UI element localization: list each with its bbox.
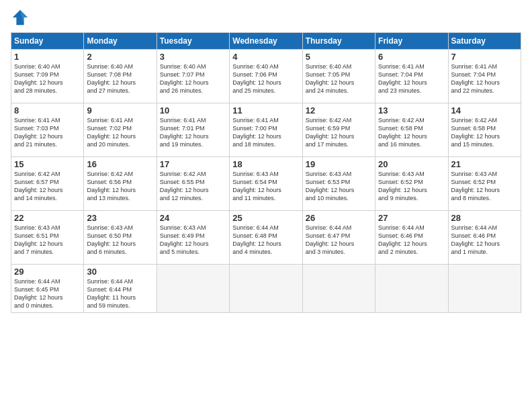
header [11, 8, 521, 27]
calendar-cell: 19Sunrise: 6:43 AMSunset: 6:53 PMDayligh… [302, 157, 375, 211]
day-number: 10 [160, 105, 226, 116]
calendar-week-0: 1Sunrise: 6:40 AMSunset: 7:09 PMDaylight… [11, 50, 521, 103]
cell-info: Sunrise: 6:42 AMSunset: 6:57 PMDaylight:… [14, 170, 81, 203]
cell-info: Sunrise: 6:44 AMSunset: 6:44 PMDaylight:… [87, 277, 153, 310]
calendar-cell: 21Sunrise: 6:43 AMSunset: 6:52 PMDayligh… [448, 157, 521, 211]
calendar-cell: 26Sunrise: 6:44 AMSunset: 6:47 PMDayligh… [302, 211, 375, 265]
day-number: 21 [451, 159, 518, 169]
calendar-cell [375, 265, 448, 313]
day-number: 15 [14, 159, 81, 169]
cell-info: Sunrise: 6:40 AMSunset: 7:08 PMDaylight:… [87, 62, 153, 95]
day-number: 6 [378, 52, 445, 62]
calendar-cell: 12Sunrise: 6:42 AMSunset: 6:59 PMDayligh… [302, 103, 375, 157]
calendar-header: SundayMondayTuesdayWednesdayThursdayFrid… [11, 33, 521, 50]
calendar-cell: 10Sunrise: 6:41 AMSunset: 7:01 PMDayligh… [157, 103, 229, 157]
day-header-monday: Monday [84, 33, 157, 50]
cell-info: Sunrise: 6:40 AMSunset: 7:09 PMDaylight:… [14, 62, 81, 95]
cell-info: Sunrise: 6:44 AMSunset: 6:45 PMDaylight:… [14, 277, 81, 310]
cell-info: Sunrise: 6:42 AMSunset: 6:58 PMDaylight:… [378, 116, 445, 149]
day-number: 27 [378, 213, 445, 223]
calendar-cell: 22Sunrise: 6:43 AMSunset: 6:51 PMDayligh… [11, 211, 84, 265]
cell-info: Sunrise: 6:43 AMSunset: 6:52 PMDaylight:… [378, 170, 445, 203]
cell-info: Sunrise: 6:44 AMSunset: 6:47 PMDaylight:… [306, 224, 372, 257]
day-number: 26 [306, 213, 372, 223]
calendar-cell: 17Sunrise: 6:42 AMSunset: 6:55 PMDayligh… [157, 157, 229, 211]
page-container: SundayMondayTuesdayWednesdayThursdayFrid… [0, 0, 532, 318]
day-number: 24 [160, 213, 226, 223]
day-number: 16 [87, 159, 153, 169]
day-number: 11 [232, 105, 299, 116]
cell-info: Sunrise: 6:43 AMSunset: 6:53 PMDaylight:… [306, 170, 372, 203]
cell-info: Sunrise: 6:43 AMSunset: 6:50 PMDaylight:… [87, 224, 153, 257]
day-number: 30 [87, 267, 153, 277]
calendar-cell [157, 265, 229, 313]
day-number: 19 [306, 159, 372, 169]
cell-info: Sunrise: 6:41 AMSunset: 7:00 PMDaylight:… [232, 116, 299, 149]
cell-info: Sunrise: 6:43 AMSunset: 6:54 PMDaylight:… [232, 170, 299, 203]
calendar-week-3: 22Sunrise: 6:43 AMSunset: 6:51 PMDayligh… [11, 211, 521, 265]
calendar-cell: 20Sunrise: 6:43 AMSunset: 6:52 PMDayligh… [375, 157, 448, 211]
day-number: 12 [306, 105, 372, 116]
calendar-table: SundayMondayTuesdayWednesdayThursdayFrid… [11, 32, 521, 313]
day-header-tuesday: Tuesday [157, 33, 229, 50]
cell-info: Sunrise: 6:41 AMSunset: 7:03 PMDaylight:… [14, 116, 81, 149]
day-number: 17 [160, 159, 226, 169]
calendar-cell: 14Sunrise: 6:42 AMSunset: 6:58 PMDayligh… [448, 103, 521, 157]
calendar-cell [448, 265, 521, 313]
calendar-cell: 1Sunrise: 6:40 AMSunset: 7:09 PMDaylight… [11, 50, 84, 103]
calendar-cell: 24Sunrise: 6:43 AMSunset: 6:49 PMDayligh… [157, 211, 229, 265]
calendar-week-1: 8Sunrise: 6:41 AMSunset: 7:03 PMDaylight… [11, 103, 521, 157]
day-number: 8 [14, 105, 81, 116]
day-number: 9 [87, 105, 153, 116]
day-number: 22 [14, 213, 81, 223]
cell-info: Sunrise: 6:42 AMSunset: 6:55 PMDaylight:… [160, 170, 226, 203]
day-number: 2 [87, 52, 153, 62]
calendar-cell: 27Sunrise: 6:44 AMSunset: 6:46 PMDayligh… [375, 211, 448, 265]
calendar-cell: 8Sunrise: 6:41 AMSunset: 7:03 PMDaylight… [11, 103, 84, 157]
logo-icon [11, 8, 30, 27]
day-number: 28 [451, 213, 518, 223]
day-number: 14 [451, 105, 518, 116]
day-number: 29 [14, 267, 81, 277]
calendar-cell: 6Sunrise: 6:41 AMSunset: 7:04 PMDaylight… [375, 50, 448, 103]
cell-info: Sunrise: 6:40 AMSunset: 7:07 PMDaylight:… [160, 62, 226, 95]
cell-info: Sunrise: 6:44 AMSunset: 6:48 PMDaylight:… [232, 224, 299, 257]
day-number: 3 [160, 52, 226, 62]
cell-info: Sunrise: 6:41 AMSunset: 7:01 PMDaylight:… [160, 116, 226, 149]
calendar-cell: 11Sunrise: 6:41 AMSunset: 7:00 PMDayligh… [230, 103, 302, 157]
day-header-thursday: Thursday [302, 33, 375, 50]
calendar-cell: 28Sunrise: 6:44 AMSunset: 6:46 PMDayligh… [448, 211, 521, 265]
calendar-cell: 9Sunrise: 6:41 AMSunset: 7:02 PMDaylight… [84, 103, 157, 157]
calendar-cell: 29Sunrise: 6:44 AMSunset: 6:45 PMDayligh… [11, 265, 84, 313]
calendar-cell: 15Sunrise: 6:42 AMSunset: 6:57 PMDayligh… [11, 157, 84, 211]
day-number: 20 [378, 159, 445, 169]
day-number: 13 [378, 105, 445, 116]
calendar-cell [230, 265, 302, 313]
cell-info: Sunrise: 6:43 AMSunset: 6:52 PMDaylight:… [451, 170, 518, 203]
calendar-cell: 13Sunrise: 6:42 AMSunset: 6:58 PMDayligh… [375, 103, 448, 157]
cell-info: Sunrise: 6:42 AMSunset: 6:58 PMDaylight:… [451, 116, 518, 149]
calendar-week-2: 15Sunrise: 6:42 AMSunset: 6:57 PMDayligh… [11, 157, 521, 211]
day-number: 5 [306, 52, 372, 62]
calendar-cell [302, 265, 375, 313]
cell-info: Sunrise: 6:41 AMSunset: 7:02 PMDaylight:… [87, 116, 153, 149]
cell-info: Sunrise: 6:40 AMSunset: 7:05 PMDaylight:… [306, 62, 372, 95]
cell-info: Sunrise: 6:43 AMSunset: 6:49 PMDaylight:… [160, 224, 226, 257]
calendar-week-4: 29Sunrise: 6:44 AMSunset: 6:45 PMDayligh… [11, 265, 521, 313]
calendar-cell: 5Sunrise: 6:40 AMSunset: 7:05 PMDaylight… [302, 50, 375, 103]
calendar-cell: 2Sunrise: 6:40 AMSunset: 7:08 PMDaylight… [84, 50, 157, 103]
cell-info: Sunrise: 6:44 AMSunset: 6:46 PMDaylight:… [451, 224, 518, 257]
cell-info: Sunrise: 6:44 AMSunset: 6:46 PMDaylight:… [378, 224, 445, 257]
calendar-cell: 30Sunrise: 6:44 AMSunset: 6:44 PMDayligh… [84, 265, 157, 313]
cell-info: Sunrise: 6:42 AMSunset: 6:56 PMDaylight:… [87, 170, 153, 203]
calendar-cell: 7Sunrise: 6:41 AMSunset: 7:04 PMDaylight… [448, 50, 521, 103]
day-header-saturday: Saturday [448, 33, 521, 50]
day-number: 23 [87, 213, 153, 223]
cell-info: Sunrise: 6:40 AMSunset: 7:06 PMDaylight:… [232, 62, 299, 95]
calendar-cell: 4Sunrise: 6:40 AMSunset: 7:06 PMDaylight… [230, 50, 302, 103]
logo [11, 8, 32, 27]
day-number: 7 [451, 52, 518, 62]
cell-info: Sunrise: 6:43 AMSunset: 6:51 PMDaylight:… [14, 224, 81, 257]
calendar-cell: 3Sunrise: 6:40 AMSunset: 7:07 PMDaylight… [157, 50, 229, 103]
day-header-friday: Friday [375, 33, 448, 50]
